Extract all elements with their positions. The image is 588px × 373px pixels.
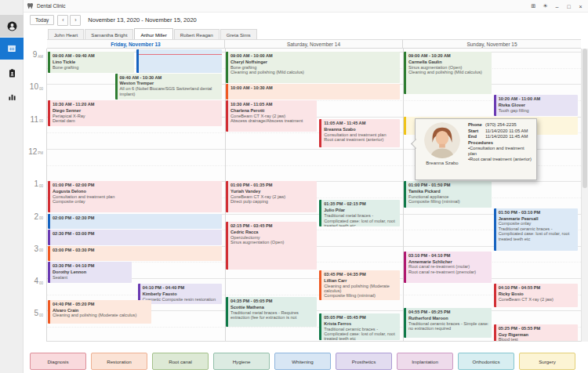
appointment-patient: Cedric Racca [230,230,315,234]
appointment[interactable]: 02:15 PM - 03:45 PMCedric RaccaOperculec… [226,222,317,270]
appointment-procedure: Cleaning and polishing (Mild calculus) [230,70,398,74]
sidebar-item-scheduler[interactable] [0,38,24,60]
appointment-time: 09:00 AM - 10:00 AM [230,53,398,58]
appointment-procedure: Root canal re-treatment (premolar) [408,270,490,274]
appointment[interactable]: 09:00 AM - 10:20 AMCarmella GaulinSinus … [404,52,492,94]
tab-arthur-miller[interactable]: Arthur Miller [134,28,172,39]
legend-item-restoration[interactable]: Restoration [91,353,147,370]
appointment[interactable]: 04:55 PM - 05:25 PMRutherford MaroonTrad… [404,308,492,338]
appointment[interactable]: 04:35 PM - 05:05 PMScottie MathenaTradit… [226,297,317,327]
appointment[interactable]: 09:00 AM - 10:00 AMCheryl NoffsingerBone… [226,52,400,83]
tab-john-heart[interactable]: John Heart [48,29,84,39]
legend-item-prosthetics[interactable]: Prosthetics [336,353,392,370]
appointment-procedure: Traditional ceramic braces - Complicated… [499,226,576,241]
appointment-procedure: Traditional ceramic braces - Simple case… [408,321,490,331]
legend-item-root-canal[interactable]: Root canal [152,353,209,370]
appointment-procedure: Traditional metal braces - Complicated c… [324,213,398,226]
sidebar [0,0,24,373]
appointment-patient: Dorothy Lennon [53,270,130,274]
appointment[interactable]: 05:05 PM - 05:45 PMKrista FerrosTraditio… [319,313,400,340]
start-label: Start [468,129,485,135]
tab-samantha-bright[interactable]: Samantha Bright [85,29,133,39]
appointment-time: 09:40 AM - 10:30 AM [120,75,221,80]
appointment-patient: Guy Rigerman [499,332,576,337]
appointment[interactable]: 09:40 AM - 10:30 AMWeston TremperAll on … [115,74,223,100]
appointment[interactable]: 03:00 PM - 03:30 PM [48,246,222,262]
appointment[interactable]: 10:30 AM - 11:05 AMCharlena PerottiConeB… [226,100,317,132]
legend-item-surgery[interactable]: Surgery [519,353,575,370]
scheduler-grid[interactable]: 09:00 AM - 09:40 AMLino TickleBone graft… [47,49,581,342]
legend-item-whitening[interactable]: Whitening [274,353,331,370]
scrollbar-thumb[interactable] [583,49,587,188]
tab-robert-reagan[interactable]: Robert Reagan [174,29,220,39]
appointment-procedure: Sealant [53,275,130,280]
appointment[interactable]: 02:30 PM - 03:00 PM [48,230,222,245]
procedures-label: Procedures [468,140,533,147]
day-header[interactable]: Friday, November 13 [47,40,225,48]
legend-item-orthodontics[interactable]: Orthodontics [458,353,514,370]
appointment-time: 04:10 PM - 04:40 PM [143,285,220,290]
appointment-procedure: Traditional metal braces - Requires extr… [230,310,315,320]
appointment[interactable]: 01:00 PM - 01:50 PMTamika PickardFunctio… [404,181,492,207]
tab-greta-sims[interactable]: Greta Sims [220,29,257,39]
theme-icon[interactable]: ☀ [539,1,551,12]
appointment[interactable]: 10:20 AM - 11:00 AMRivka GloverTooth gap… [494,95,578,116]
appointment-procedure: Cleaning and polishing (Moderate calculu… [324,284,398,294]
appointment[interactable]: 01:50 PM - 03:10 PMJeanmarie PearsallCom… [494,208,578,251]
appointment[interactable]: 10:00 AM - 10:30 AM [226,84,400,100]
day-header[interactable]: Saturday, November 14 [225,40,403,48]
appointment-time: 04:55 PM - 05:25 PM [408,310,490,314]
appointment[interactable]: 03:30 PM - 04:10 PMDorothy LennonSealant [48,262,132,283]
appointment[interactable] [136,49,223,73]
window-controls: ⊞ ☀ – □ × [528,0,586,13]
vertical-scrollbar[interactable] [581,49,588,342]
layout-icon[interactable]: ⊞ [528,1,539,12]
appointment[interactable]: 11:05 AM - 11:45 AMBreanna SzaboConsulta… [319,119,400,147]
appointment-time: 01:35 PM - 02:15 PM [324,201,398,206]
appointment[interactable]: 01:35 PM - 02:15 PMJulio PilarTraditiona… [319,200,400,226]
prev-button[interactable]: ‹ [57,15,68,26]
appointment-procedure: Cleaning and polishing (Mild calculus) [408,70,490,74]
appointment-time: 10:30 AM - 11:05 AM [230,102,315,107]
appointment[interactable]: 01:00 PM - 02:00 PMAugusta DelonoConsult… [48,181,222,212]
appointment[interactable]: 04:10 PM - 04:55 PMRicky BosioConeBeam C… [494,284,578,307]
next-button[interactable]: › [70,15,81,26]
category-legend: DiagnosisRestorationRoot canalHygieneWhi… [30,353,582,370]
legend-item-hygiene[interactable]: Hygiene [213,353,270,370]
avatar [424,122,460,158]
appointment-patient: Ricky Bosio [499,292,576,296]
appointment-patient: Scottie Mathena [230,305,315,310]
appointment-procedure: Cleaning and polishing (Moderate calculu… [53,313,150,317]
appointment[interactable]: 10:30 AM - 11:20 AMDiego SennerPeriapica… [48,100,222,126]
today-button[interactable]: Today [30,15,54,25]
time-marker-line [139,54,223,56]
appointment[interactable]: 04:40 PM - 05:20 PMAlvaro CrainCleaning … [48,300,151,324]
phone-value: (970) 254-2235 [485,122,533,129]
sidebar-item-reports[interactable] [0,85,24,107]
day-header[interactable]: Sunday, November 15 [403,40,581,48]
legend-item-diagnosis[interactable]: Diagnosis [30,353,86,370]
appointment-procedure: Dental dam [53,118,220,123]
appointment[interactable]: 05:25 PM - 05:55 PMGuy RigermanBlood tes… [494,324,578,342]
appointment[interactable]: 01:00 PM - 01:35 PMYuriah VandeyConeBeam… [226,181,317,212]
sidebar-item-patients[interactable] [0,62,24,84]
appointment[interactable]: 03:45 PM - 04:35 PMLillian CarrCleaning … [319,270,400,300]
appointment-time: 02:30 PM - 03:00 PM [53,231,220,236]
appointment-procedure: Blood test [499,337,576,342]
calendar-icon [6,43,17,54]
close-button[interactable]: × [575,1,586,12]
minimize-button[interactable]: – [551,1,563,12]
appointment-patient: Breanna Szabo [324,127,398,132]
appointment-procedure: Cosmetic Composite resin restoration [143,297,220,302]
title-bar: Dental Clinic ⊞ ☀ – □ × [24,0,588,13]
appointment[interactable]: 02:00 PM - 02:30 PM [48,214,222,230]
maximize-button[interactable]: □ [563,1,575,12]
time-label: 1000 [30,83,43,91]
sidebar-item-profile[interactable] [0,15,24,37]
appointment-procedure: Bone grafting [53,65,132,70]
time-label: 500 [34,310,43,317]
appointment[interactable]: 09:00 AM - 09:40 AMLino TickleBone graft… [48,52,134,73]
appointment-procedure: Composite onlay [53,199,220,204]
appointment[interactable]: 03:10 PM - 04:10 PMAnnemarie SchlicherRo… [404,252,492,283]
legend-item-implantation[interactable]: Implantation [397,353,453,370]
